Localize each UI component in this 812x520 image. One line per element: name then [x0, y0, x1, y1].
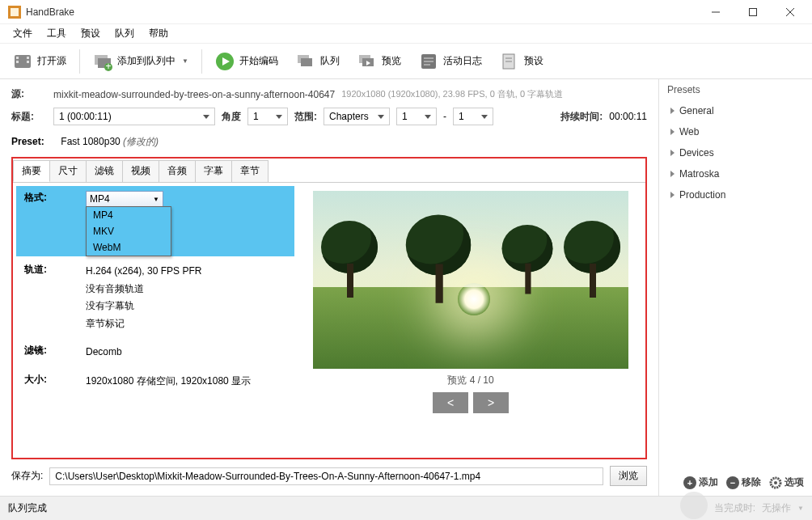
queue-button[interactable]: 队列 — [290, 49, 346, 74]
log-icon — [419, 52, 438, 71]
format-select[interactable]: MP4 ▼ — [86, 191, 163, 207]
preset-options-button[interactable]: 选项 — [769, 476, 804, 489]
tab-audio[interactable]: 音频 — [159, 160, 196, 182]
svg-text:+: + — [105, 61, 111, 71]
toolbar: 打开源 + 添加到队列中▼ 开始编码 队列 预览 活动日志 预设 — [0, 44, 812, 79]
preset-group-web[interactable]: Web — [667, 121, 804, 142]
preview-button[interactable]: 预览 — [351, 49, 408, 74]
add-to-queue-button[interactable]: + 添加到队列中▼ — [87, 49, 195, 74]
tracks-audio: 没有音频轨道 — [86, 281, 291, 298]
presets-panel: Presets General Web Devices Matroska Pro… — [658, 79, 812, 496]
save-row: 保存为: 浏览 — [11, 466, 647, 489]
tab-subtitles[interactable]: 字幕 — [195, 160, 232, 182]
svg-rect-3 — [750, 8, 757, 15]
preview-pane: 预览 4 / 10 < > — [307, 191, 634, 450]
preset-group-devices[interactable]: Devices — [667, 142, 804, 163]
format-option-webm[interactable]: WebM — [87, 239, 171, 256]
menu-help[interactable]: 帮助 — [142, 25, 175, 42]
preview-icon — [357, 52, 377, 71]
preset-group-matroska[interactable]: Matroska — [667, 163, 804, 184]
preset-group-general[interactable]: General — [667, 100, 804, 121]
triangle-icon — [670, 150, 675, 156]
preset-row: Preset: Fast 1080p30 (修改的) — [11, 135, 647, 149]
title-select[interactable]: 1 (00:00:11) — [53, 108, 215, 125]
tracks-label: 轨道: — [24, 263, 86, 332]
menu-queue[interactable]: 队列 — [108, 25, 141, 42]
preview-tb-label: 预览 — [382, 54, 401, 68]
gear-icon — [769, 476, 782, 489]
format-dropdown-open: MP4 MKV WebM — [86, 206, 171, 256]
play-icon — [215, 52, 235, 71]
watermark-icon — [680, 492, 708, 519]
format-option-mp4[interactable]: MP4 — [87, 207, 171, 223]
presets-tb-label: 预设 — [524, 54, 543, 68]
svg-rect-10 — [27, 61, 29, 63]
source-row: 源: mixkit-meadow-surrounded-by-trees-on-… — [11, 87, 647, 101]
presets-header: Presets — [667, 84, 804, 95]
preset-label: Preset: — [11, 136, 47, 147]
open-source-label: 打开源 — [37, 54, 66, 68]
window-title: HandBrake — [26, 6, 697, 18]
save-path-input[interactable] — [49, 467, 603, 485]
queue-label: 队列 — [320, 54, 340, 68]
triangle-icon — [670, 108, 675, 114]
status-bar: 队列完成 当完成时: 无操作 ▼ — [0, 496, 812, 520]
film-icon — [13, 52, 32, 71]
start-encode-button[interactable]: 开始编码 — [209, 49, 285, 74]
range-from-select[interactable]: 1 — [396, 108, 437, 125]
format-highlight: 格式: MP4 ▼ MP4 MKV WebM — [16, 186, 294, 256]
presets-icon — [500, 52, 519, 71]
tracks-video: H.264 (x264), 30 FPS PFR — [86, 263, 291, 281]
browse-button[interactable]: 浏览 — [610, 466, 647, 486]
open-source-button[interactable]: 打开源 — [6, 49, 73, 74]
when-done-value: 无操作 — [762, 501, 791, 515]
menu-file[interactable]: 文件 — [6, 25, 39, 42]
chevron-down-icon[interactable]: ▼ — [797, 505, 804, 512]
range-to-select[interactable]: 1 — [453, 108, 493, 125]
when-done-label: 当完成时: — [714, 501, 755, 515]
activity-label: 活动日志 — [443, 54, 482, 68]
triangle-icon — [670, 129, 675, 135]
format-label: 格式: — [24, 191, 86, 256]
triangle-icon — [670, 171, 675, 177]
triangle-icon — [670, 192, 675, 198]
close-button[interactable] — [772, 0, 809, 24]
tab-chapters[interactable]: 章节 — [231, 160, 269, 182]
svg-point-30 — [774, 481, 777, 484]
source-name: mixkit-meadow-surrounded-by-trees-on-a-s… — [53, 89, 335, 100]
format-option-mkv[interactable]: MKV — [87, 223, 171, 239]
menu-presets[interactable]: 预设 — [74, 25, 107, 42]
add-queue-label: 添加到队列中 — [117, 54, 176, 68]
preset-remove-button[interactable]: −移除 — [726, 476, 761, 489]
tab-summary[interactable]: 摘要 — [13, 160, 50, 182]
duration-label: 持续时间: — [560, 110, 603, 124]
duration-value: 00:00:11 — [609, 111, 647, 122]
svg-rect-9 — [27, 57, 29, 59]
svg-rect-8 — [16, 61, 19, 63]
tab-dimensions[interactable]: 尺寸 — [49, 160, 87, 182]
plus-icon: + — [683, 476, 696, 489]
title-bar: HandBrake — [0, 0, 812, 24]
preview-prev-button[interactable]: < — [433, 392, 468, 413]
highlighted-region: 摘要 尺寸 滤镜 视频 音频 字幕 章节 格式: MP4 — [11, 157, 647, 459]
activity-log-button[interactable]: 活动日志 — [412, 49, 488, 74]
preview-image — [313, 191, 628, 369]
angle-select[interactable]: 1 — [247, 108, 288, 125]
tracks-subs: 没有字幕轨 — [86, 298, 291, 315]
presets-button[interactable]: 预设 — [493, 49, 550, 74]
range-type-select[interactable]: Chapters — [324, 108, 390, 125]
filters-value: Decomb — [86, 344, 291, 361]
start-label: 开始编码 — [239, 54, 278, 68]
tab-filters[interactable]: 滤镜 — [86, 160, 123, 182]
preset-add-button[interactable]: +添加 — [683, 476, 718, 489]
status-text: 队列完成 — [8, 501, 47, 515]
tab-video[interactable]: 视频 — [122, 160, 159, 182]
svg-rect-18 — [301, 58, 312, 66]
svg-rect-7 — [16, 57, 19, 59]
maximize-button[interactable] — [734, 0, 772, 24]
minimize-button[interactable] — [697, 0, 734, 24]
source-label: 源: — [11, 87, 47, 101]
preview-next-button[interactable]: > — [473, 392, 509, 413]
menu-tools[interactable]: 工具 — [40, 25, 73, 42]
preset-group-production[interactable]: Production — [667, 184, 804, 205]
